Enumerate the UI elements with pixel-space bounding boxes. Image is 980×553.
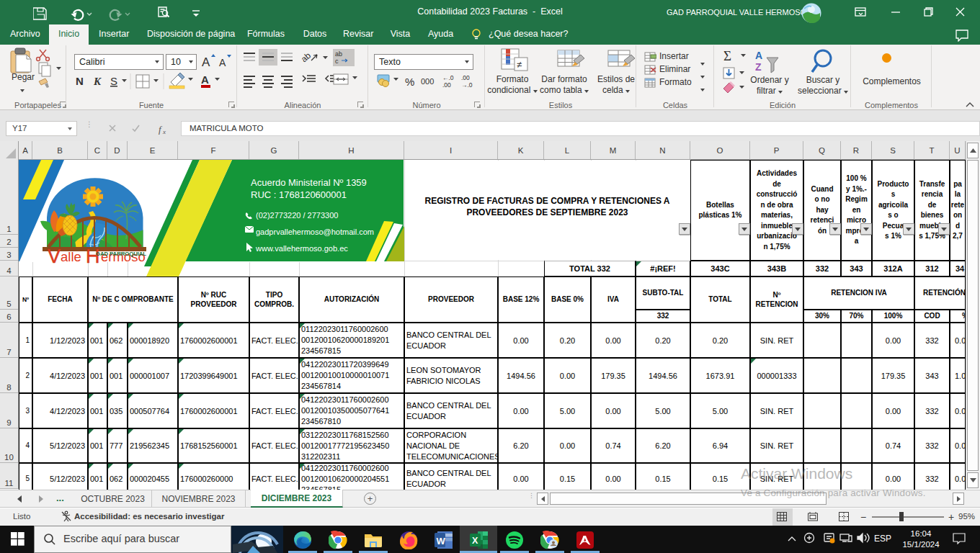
svg-text:x: x xyxy=(162,128,166,135)
svg-text:≠: ≠ xyxy=(517,59,522,70)
svg-text:N: N xyxy=(76,75,84,87)
svg-text:.00: .00 xyxy=(461,74,470,81)
svg-text:%: % xyxy=(405,76,414,88)
svg-text:Acuerdo Ministerial Nº 1359: Acuerdo Ministerial Nº 1359 xyxy=(251,177,367,188)
svg-text:A: A xyxy=(755,50,762,61)
svg-text:gadprvallehermoso@hotmail.com: gadprvallehermoso@hotmail.com xyxy=(256,228,374,236)
svg-text:(02)2773220 / 2773300: (02)2773220 / 2773300 xyxy=(256,211,338,220)
svg-text:←.0: ←.0 xyxy=(442,74,454,81)
svg-text:c: c xyxy=(335,58,339,65)
svg-text:→.0: →.0 xyxy=(461,81,473,89)
svg-text:RUC : 1768120600001: RUC : 1768120600001 xyxy=(251,189,347,200)
svg-text:K: K xyxy=(93,76,102,87)
svg-text:.00: .00 xyxy=(442,81,451,89)
svg-text:A: A xyxy=(202,55,210,69)
svg-text:000: 000 xyxy=(421,77,434,86)
svg-text:A: A xyxy=(201,73,209,86)
svg-text:W: W xyxy=(437,536,446,547)
svg-text:V: V xyxy=(48,246,61,267)
svg-text:ab: ab xyxy=(299,50,313,65)
svg-text:ab: ab xyxy=(335,50,342,58)
svg-text:Σ: Σ xyxy=(723,48,731,63)
svg-text:A: A xyxy=(219,57,226,68)
svg-text:X: X xyxy=(472,536,478,546)
svg-text:www.vallehermoso.gob.ec: www.vallehermoso.gob.ec xyxy=(255,244,348,253)
svg-text:GAD PARROQUIAL: GAD PARROQUIAL xyxy=(96,251,146,257)
svg-text:S: S xyxy=(110,75,117,87)
svg-text:alle: alle xyxy=(61,249,81,264)
svg-text:Z: Z xyxy=(755,61,762,73)
